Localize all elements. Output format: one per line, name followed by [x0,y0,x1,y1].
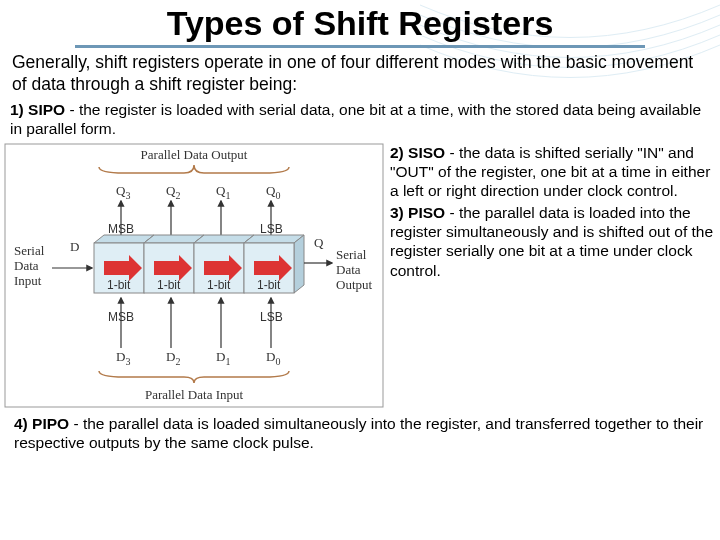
svg-text:D: D [70,239,79,254]
svg-text:1-bit: 1-bit [157,278,181,292]
svg-text:Q: Q [314,235,324,250]
svg-text:D3: D3 [116,349,130,367]
item-sipo: 1) SIPO - the register is loaded with se… [10,100,710,139]
svg-text:Data: Data [336,262,361,277]
svg-text:Q3: Q3 [116,183,130,201]
intro-paragraph: Generally, shift registers operate in on… [12,52,708,96]
side-text-block: 2) SISO - the data is shifted serially "… [390,143,716,408]
svg-text:D2: D2 [166,349,180,367]
svg-text:Output: Output [336,277,373,292]
svg-text:MSB: MSB [108,222,134,236]
svg-text:D1: D1 [216,349,230,367]
shift-register-diagram: Parallel Data Output Q3 Q2 Q1 Q0 MSB LSB [4,143,384,408]
svg-text:1-bit: 1-bit [257,278,281,292]
svg-marker-21 [294,235,304,293]
svg-text:Input: Input [14,273,42,288]
svg-text:Serial: Serial [14,243,45,258]
svg-text:Q0: Q0 [266,183,280,201]
pipo-body: - the parallel data is loaded simultaneo… [14,415,703,451]
pipo-head: 4) PIPO [14,415,69,432]
bottom-label: Parallel Data Input [145,387,244,402]
svg-text:1-bit: 1-bit [207,278,231,292]
svg-text:Data: Data [14,258,39,273]
page-title: Types of Shift Registers [75,4,645,48]
piso-head: 3) PISO [390,204,445,221]
item-pipo: 4) PIPO - the parallel data is loaded si… [14,414,706,453]
svg-text:D0: D0 [266,349,280,367]
sipo-body: - the register is loaded with serial dat… [10,101,701,137]
top-label: Parallel Data Output [141,147,248,162]
svg-text:1-bit: 1-bit [107,278,131,292]
siso-head: 2) SISO [390,144,445,161]
sipo-head: 1) SIPO [10,101,65,118]
svg-text:LSB: LSB [260,222,283,236]
svg-text:Serial: Serial [336,247,367,262]
svg-text:Q2: Q2 [166,183,180,201]
svg-text:Q1: Q1 [216,183,230,201]
